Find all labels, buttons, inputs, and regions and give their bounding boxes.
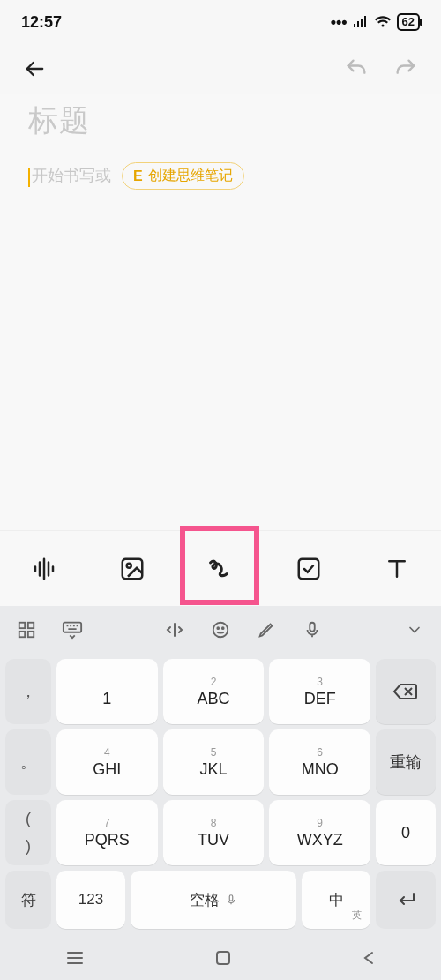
key-1[interactable]: 1: [56, 659, 158, 724]
create-mindnote-chip[interactable]: E 创建思维笔记: [122, 162, 244, 190]
mic-small-icon: [225, 894, 237, 906]
key-2[interactable]: 2ABC: [163, 659, 265, 724]
voice-tool[interactable]: [27, 552, 61, 586]
body-input[interactable]: 开始书写或: [28, 165, 111, 186]
wifi-icon: [374, 16, 392, 28]
key-6[interactable]: 6MNO: [269, 729, 370, 795]
key-5[interactable]: 5JKL: [163, 729, 265, 795]
text-cursor: [28, 168, 30, 187]
space-key[interactable]: 空格: [131, 871, 296, 929]
checkbox-tool[interactable]: [292, 552, 325, 586]
keypad-grid: 1 2ABC 3DEF 4GHI 5JKL 6MNO 7PQRS 8TUV 9W…: [56, 659, 370, 865]
svg-rect-2: [299, 558, 319, 579]
editor-toolbar: [0, 530, 441, 606]
punct-key-comma[interactable]: ，: [5, 659, 51, 724]
nav-recent-icon[interactable]: [65, 950, 85, 966]
editor-area[interactable]: 标题 开始书写或 E 创建思维笔记: [0, 94, 441, 530]
chip-label: 创建思维笔记: [148, 167, 233, 185]
svg-point-9: [217, 627, 219, 629]
emoji-icon[interactable]: [210, 619, 231, 640]
grid-icon[interactable]: [16, 619, 37, 640]
battery-indicator: 62: [397, 13, 420, 31]
status-icons: ••• 62: [331, 13, 420, 32]
status-bar: 12:57 ••• 62: [0, 0, 441, 44]
collapse-keyboard-icon[interactable]: [404, 619, 425, 640]
backspace-key[interactable]: [376, 659, 436, 724]
symbols-key[interactable]: 符: [5, 871, 51, 929]
key-0[interactable]: 0: [376, 800, 436, 865]
nav-back-icon[interactable]: [362, 949, 376, 967]
svg-rect-4: [28, 623, 34, 628]
language-key[interactable]: 中 英: [302, 871, 370, 929]
key-8[interactable]: 8TUV: [163, 800, 265, 865]
reinput-key[interactable]: 重输: [376, 729, 436, 795]
key-3[interactable]: 3DEF: [269, 659, 370, 724]
svg-rect-3: [19, 623, 25, 628]
key-9[interactable]: 9WXYZ: [269, 800, 370, 865]
tutorial-highlight: [180, 526, 259, 605]
undo-button[interactable]: [342, 55, 370, 83]
soft-keyboard: ， 。 ( ) 1 2ABC 3DEF 4GHI 5JKL 6MNO: [0, 606, 441, 936]
back-button[interactable]: [21, 55, 49, 83]
svg-point-8: [213, 623, 228, 638]
key-4[interactable]: 4GHI: [56, 729, 158, 795]
svg-rect-6: [28, 632, 34, 637]
svg-point-10: [222, 627, 224, 629]
svg-rect-11: [310, 623, 315, 632]
svg-rect-13: [217, 952, 229, 964]
keyboard-strip: [0, 606, 441, 654]
redo-button[interactable]: [392, 55, 420, 83]
signal-icon: [353, 16, 369, 28]
mic-icon[interactable]: [302, 619, 323, 640]
svg-rect-12: [229, 895, 233, 901]
image-tool[interactable]: [116, 552, 149, 586]
mindnote-icon: E: [133, 168, 143, 184]
svg-point-1: [127, 563, 131, 567]
text-format-tool[interactable]: [380, 552, 414, 586]
keyboard-mode-icon[interactable]: [62, 619, 83, 640]
punct-key-parens[interactable]: ( ): [5, 800, 51, 865]
status-time: 12:57: [21, 13, 62, 32]
numbers-key[interactable]: 123: [56, 871, 125, 929]
punct-key-period[interactable]: 。: [5, 729, 51, 795]
svg-rect-5: [19, 632, 25, 637]
enter-key[interactable]: [376, 871, 436, 929]
nav-home-icon[interactable]: [214, 949, 232, 967]
system-nav-bar: [0, 936, 441, 980]
key-7[interactable]: 7PQRS: [56, 800, 158, 865]
svg-rect-7: [64, 623, 81, 632]
dots-icon: •••: [331, 13, 348, 32]
cursor-move-icon[interactable]: [164, 619, 185, 640]
pencil-icon[interactable]: [256, 619, 277, 640]
title-input[interactable]: 标题: [28, 101, 413, 141]
app-header: [0, 44, 441, 94]
